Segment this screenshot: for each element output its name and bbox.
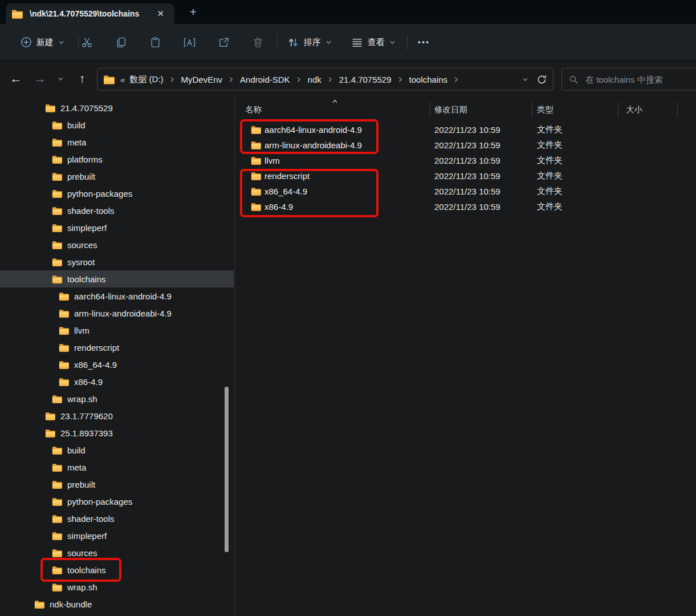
tree-item-simpleperf[interactable]: simpleperf xyxy=(0,219,234,236)
tree-item-simpleperf[interactable]: simpleperf xyxy=(0,527,234,544)
view-button-label: 查看 xyxy=(368,37,385,48)
file-row-x86_64-4.9[interactable]: x86_64-4.9 2022/11/23 10:59 文件夹 xyxy=(235,184,696,199)
copy-button[interactable] xyxy=(108,31,133,54)
tree-item-meta[interactable]: meta xyxy=(0,133,234,151)
file-row-renderscript[interactable]: renderscript 2022/11/23 10:59 文件夹 xyxy=(235,168,696,184)
rename-button[interactable] xyxy=(177,31,202,54)
sort-button[interactable]: 排序 xyxy=(283,31,336,54)
tree-item-sources[interactable]: sources xyxy=(0,236,234,253)
tree-item-23.1.7779620[interactable]: 23.1.7779620 xyxy=(0,407,234,424)
tree-item-toolchains[interactable]: toolchains xyxy=(0,270,234,287)
sidebar-scrollbar-thumb[interactable] xyxy=(225,387,229,552)
tree-item-x86-4.9[interactable]: x86-4.9 xyxy=(0,373,234,390)
more-options-button[interactable]: ••• xyxy=(412,31,437,54)
breadcrumb-chevron-icon[interactable] xyxy=(228,76,234,83)
file-type: 文件夹 xyxy=(537,171,563,181)
file-row-arm-linux-androideabi-4.9[interactable]: arm-linux-androideabi-4.9 2022/11/23 10:… xyxy=(235,137,696,153)
tree-item-ndk-bundle[interactable]: ndk-bundle xyxy=(0,595,234,613)
breadcrumb-chevron-icon[interactable] xyxy=(327,76,333,83)
tree-item-renderscript[interactable]: renderscript xyxy=(0,339,234,356)
breadcrumb-chevron-icon[interactable] xyxy=(397,76,404,83)
breadcrumb-item[interactable]: toolchains xyxy=(406,73,451,86)
cut-button[interactable] xyxy=(74,31,99,54)
column-divider[interactable] xyxy=(677,102,678,117)
column-header-type[interactable]: 类型 xyxy=(537,104,553,115)
tree-item-llvm[interactable]: llvm xyxy=(0,322,234,339)
file-row-llvm[interactable]: llvm 2022/11/23 10:59 文件夹 xyxy=(235,153,696,168)
column-divider[interactable] xyxy=(618,102,618,117)
folder-icon xyxy=(52,206,62,215)
address-dropdown-icon[interactable] xyxy=(522,76,528,83)
tree-item-label: python-packages xyxy=(67,189,132,198)
tree-item-sources[interactable]: sources xyxy=(0,544,234,561)
column-header-size[interactable]: 大小 xyxy=(626,104,642,115)
file-row-aarch64-linux-android-4.9[interactable]: aarch64-linux-android-4.9 2022/11/23 10:… xyxy=(235,122,696,137)
tree-item-label: build xyxy=(67,120,86,130)
tree-item-21.4.7075529[interactable]: 21.4.7075529 xyxy=(0,99,234,116)
tree-item-prebuilt[interactable]: prebuilt xyxy=(0,168,234,185)
tree-item-toolchains[interactable]: toolchains xyxy=(0,561,234,578)
back-button[interactable]: ← xyxy=(5,67,27,90)
tree-item-wrap.sh[interactable]: wrap.sh xyxy=(0,390,234,407)
column-header-name[interactable]: 名称 xyxy=(245,104,262,115)
file-row-x86-4.9[interactable]: x86-4.9 2022/11/23 10:59 文件夹 xyxy=(235,199,696,214)
tree-item-prebuilt[interactable]: prebuilt xyxy=(0,476,234,493)
file-type: 文件夹 xyxy=(537,124,563,135)
breadcrumb-item[interactable]: ndk xyxy=(304,73,325,86)
column-header-date[interactable]: 修改日期 xyxy=(434,104,467,115)
tree-item-build[interactable]: build xyxy=(0,441,234,459)
breadcrumb-overflow-icon[interactable]: « xyxy=(119,75,126,84)
trash-icon xyxy=(252,37,264,48)
tab-title: \ndk\21.4.7075529\toolchains xyxy=(30,9,152,18)
tree-item-shader-tools[interactable]: shader-tools xyxy=(0,510,234,527)
tree-item-platforms[interactable]: platforms xyxy=(0,151,234,168)
tree-item-25.1.8937393[interactable]: 25.1.8937393 xyxy=(0,424,234,441)
up-button[interactable]: ↑ xyxy=(71,67,93,90)
refresh-icon[interactable] xyxy=(536,74,547,85)
tree-item-aarch64-linux-android-4.9[interactable]: aarch64-linux-android-4.9 xyxy=(0,287,234,305)
new-button[interactable]: 新建 xyxy=(16,31,69,54)
recent-locations-button[interactable] xyxy=(52,67,68,90)
tree-item-label: 21.4.7075529 xyxy=(60,103,113,113)
breadcrumb-item[interactable]: Android-SDK xyxy=(237,73,294,86)
paste-button[interactable] xyxy=(143,31,168,54)
breadcrumb-item[interactable]: 21.4.7075529 xyxy=(336,73,395,86)
breadcrumb-item[interactable]: MyDevEnv xyxy=(178,73,226,86)
breadcrumb-chevron-icon[interactable] xyxy=(296,76,302,83)
tree-item-sysroot[interactable]: sysroot xyxy=(0,253,234,270)
breadcrumb-chevron-icon[interactable] xyxy=(169,76,176,83)
tree-item-python-packages[interactable]: python-packages xyxy=(0,493,234,510)
tree-item-shader-tools[interactable]: shader-tools xyxy=(0,202,234,219)
tree-item-build[interactable]: build xyxy=(0,116,234,133)
share-button[interactable] xyxy=(211,31,236,54)
delete-button[interactable] xyxy=(245,31,270,54)
folder-icon xyxy=(52,446,62,455)
toolbar-separator xyxy=(277,35,278,50)
chevron-down-icon xyxy=(325,39,332,46)
tree-item-wrap.sh[interactable]: wrap.sh xyxy=(0,578,234,595)
file-type: 文件夹 xyxy=(537,186,563,197)
search-input[interactable] xyxy=(584,74,687,85)
tree-item-python-packages[interactable]: python-packages xyxy=(0,185,234,202)
breadcrumb-chevron-icon[interactable] xyxy=(453,76,459,83)
address-bar[interactable]: « 数据 (D:)MyDevEnvAndroid-SDKndk21.4.7075… xyxy=(97,68,553,91)
column-divider[interactable] xyxy=(532,102,532,117)
folder-icon xyxy=(251,141,261,149)
tree-item-arm-linux-androideabi-4.9[interactable]: arm-linux-androideabi-4.9 xyxy=(0,305,234,322)
sort-button-label: 排序 xyxy=(304,37,321,48)
folder-icon xyxy=(52,189,62,198)
view-button[interactable]: 查看 xyxy=(347,31,400,54)
folder-icon xyxy=(45,104,55,112)
rename-icon xyxy=(183,37,196,48)
tab-close-icon[interactable]: ✕ xyxy=(152,7,169,20)
search-box[interactable] xyxy=(561,68,696,91)
new-tab-button[interactable]: + xyxy=(185,5,202,21)
view-lines-icon xyxy=(351,37,363,48)
explorer-tab[interactable]: \ndk\21.4.7075529\toolchains ✕ xyxy=(6,3,174,24)
column-divider[interactable] xyxy=(430,102,430,117)
breadcrumb-item[interactable]: 数据 (D:) xyxy=(126,72,166,87)
tree-item-meta[interactable]: meta xyxy=(0,459,234,476)
forward-button[interactable]: → xyxy=(29,67,51,90)
tree-item-x86_64-4.9[interactable]: x86_64-4.9 xyxy=(0,356,234,373)
breadcrumb: 数据 (D:)MyDevEnvAndroid-SDKndk21.4.707552… xyxy=(126,72,522,87)
